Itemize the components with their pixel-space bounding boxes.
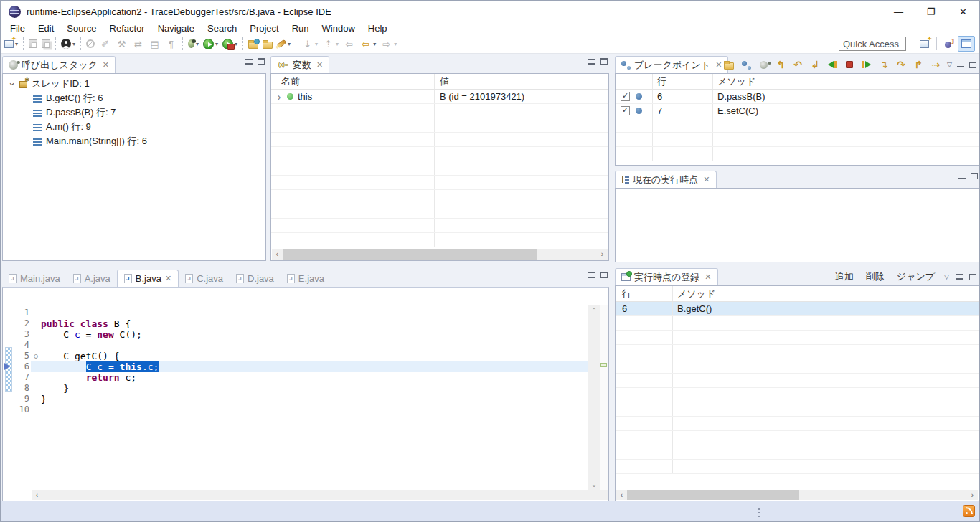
scroll-left-icon[interactable]: ‹ bbox=[32, 491, 42, 499]
dropdown-arrow-icon[interactable]: ▾ bbox=[315, 41, 318, 47]
dropdown-arrow-icon[interactable]: ▾ bbox=[72, 41, 75, 47]
minimize-icon[interactable] bbox=[245, 59, 253, 65]
column-header-line[interactable]: 行 bbox=[653, 74, 713, 89]
dropdown-arrow-icon[interactable]: ▾ bbox=[288, 41, 291, 47]
scroll-up-icon[interactable]: ⌃ bbox=[588, 305, 600, 315]
variable-row[interactable]: ›thisB (id = 2101973421) bbox=[271, 90, 608, 104]
editor-tab-d.java[interactable]: JD.java bbox=[230, 270, 281, 287]
step-over-button[interactable]: ↷ bbox=[895, 58, 908, 71]
code-line[interactable]: 2public class B { bbox=[14, 318, 588, 329]
editor-tab-e.java[interactable]: JE.java bbox=[281, 270, 331, 287]
previous-annotation-button[interactable]: ⇡▾ bbox=[320, 36, 341, 52]
minimize-button[interactable]: — bbox=[882, 1, 915, 22]
menu-file[interactable]: File bbox=[4, 22, 32, 34]
breakpoint-set-button[interactable] bbox=[740, 58, 753, 71]
code-line[interactable]: 6 C c = this.c; bbox=[14, 361, 588, 372]
checkbox[interactable] bbox=[621, 106, 630, 115]
editor-tab-a.java[interactable]: JA.java bbox=[67, 270, 117, 287]
step-back-into-button[interactable]: ↰ bbox=[774, 58, 787, 71]
view-menu-icon[interactable]: ▽ bbox=[947, 61, 952, 68]
menu-window[interactable]: Window bbox=[316, 22, 362, 34]
expand-icon[interactable]: › bbox=[275, 91, 283, 103]
column-header-method[interactable]: メソッド bbox=[713, 74, 979, 89]
editor-hscrollbar[interactable]: ‹ bbox=[32, 490, 608, 500]
menu-source[interactable]: Source bbox=[60, 22, 103, 34]
close-button[interactable]: ✕ bbox=[947, 1, 979, 22]
overview-ruler[interactable] bbox=[600, 305, 608, 490]
link-with-editor-button[interactable]: ⇄ bbox=[130, 36, 146, 52]
scroll-thumb[interactable] bbox=[627, 490, 799, 500]
menu-run[interactable]: Run bbox=[286, 22, 316, 34]
menu-search[interactable]: Search bbox=[201, 22, 243, 34]
show-whitespace-button[interactable]: ¶ bbox=[163, 36, 179, 52]
maximize-icon[interactable] bbox=[600, 58, 608, 65]
close-icon[interactable]: ✕ bbox=[103, 60, 109, 70]
last-edit-location-button[interactable]: ⇦ bbox=[341, 36, 357, 52]
delete-button[interactable]: 削除 bbox=[863, 270, 887, 283]
menu-refactor[interactable]: Refactor bbox=[103, 22, 151, 34]
column-header-name[interactable]: 名前 bbox=[271, 74, 435, 89]
rss-notification-icon[interactable] bbox=[963, 505, 975, 517]
debug-button[interactable]: ▾ bbox=[186, 36, 201, 52]
stack-frame-row[interactable]: Main.main(String[]) 行: 6 bbox=[3, 134, 265, 148]
save-button[interactable] bbox=[27, 36, 39, 52]
close-icon[interactable]: ✕ bbox=[715, 60, 722, 70]
close-icon[interactable]: ✕ bbox=[705, 272, 711, 282]
code-line[interactable]: 7 return c; bbox=[14, 372, 588, 383]
dropdown-arrow-icon[interactable]: ▾ bbox=[394, 41, 397, 47]
dropdown-arrow-icon[interactable]: ▾ bbox=[196, 41, 199, 47]
code-line[interactable]: 1 bbox=[14, 308, 588, 318]
terminate-button[interactable] bbox=[843, 58, 856, 71]
stack-frame-row[interactable]: B.getC() 行: 6 bbox=[3, 91, 265, 105]
run-button[interactable]: ▾ bbox=[201, 36, 220, 52]
open-resource-button[interactable] bbox=[246, 36, 260, 52]
close-icon[interactable]: ✕ bbox=[316, 60, 323, 70]
external-tools-button[interactable]: ▾ bbox=[220, 36, 240, 52]
fold-marker[interactable]: ⊖ bbox=[31, 351, 41, 361]
open-trace-button[interactable] bbox=[722, 58, 735, 71]
maximize-icon[interactable] bbox=[971, 173, 978, 179]
column-header-line[interactable]: 行 bbox=[616, 286, 673, 301]
minimize-icon[interactable] bbox=[957, 62, 964, 67]
maximize-icon[interactable] bbox=[969, 274, 976, 280]
clean-button[interactable]: ✐ bbox=[97, 36, 113, 52]
scroll-right-icon[interactable]: › bbox=[967, 491, 978, 499]
maximize-icon[interactable] bbox=[258, 58, 265, 65]
resume-button[interactable] bbox=[860, 58, 873, 71]
reverse-resume-button[interactable] bbox=[826, 58, 839, 71]
jump-button[interactable]: ジャンプ bbox=[894, 270, 938, 283]
open-task-button[interactable]: ▤ bbox=[146, 36, 163, 52]
open-perspective-button[interactable] bbox=[915, 36, 933, 52]
variables-tab[interactable]: (x)= 変数 ✕ bbox=[270, 56, 329, 73]
minimize-icon[interactable] bbox=[588, 272, 595, 278]
breakpoint-ruler[interactable] bbox=[4, 305, 14, 490]
maximize-icon[interactable] bbox=[600, 272, 608, 278]
debug-bug-button[interactable] bbox=[757, 58, 770, 71]
breakpoint-row[interactable]: 7E.setC(C) bbox=[616, 104, 979, 118]
stack-frame-row[interactable]: D.passB(B) 行: 7 bbox=[3, 105, 265, 120]
dropdown-arrow-icon[interactable]: ▾ bbox=[373, 41, 376, 47]
code-line[interactable]: 8 } bbox=[14, 383, 588, 394]
step-return-button[interactable]: ↱ bbox=[912, 58, 925, 71]
menu-edit[interactable]: Edit bbox=[32, 22, 60, 34]
scroll-left-icon[interactable]: ‹ bbox=[616, 491, 627, 499]
add-button[interactable]: 追加 bbox=[832, 270, 857, 283]
scroll-down-icon[interactable]: ⌄ bbox=[588, 480, 600, 490]
code-line[interactable]: 5⊖ C getC() { bbox=[14, 351, 588, 361]
close-icon[interactable]: ✕ bbox=[703, 175, 710, 184]
open-type-button[interactable] bbox=[260, 36, 275, 52]
breakpoint-row[interactable]: 6D.passB(B) bbox=[616, 90, 979, 104]
editor-tab-main.java[interactable]: JMain.java bbox=[2, 270, 67, 287]
step-into-button[interactable]: ↴ bbox=[877, 58, 890, 71]
expand-icon[interactable]: › bbox=[7, 80, 18, 87]
search-button[interactable]: ▾ bbox=[275, 36, 293, 52]
minimize-icon[interactable] bbox=[958, 174, 966, 179]
editor-vscrollbar[interactable]: ⌃ ⌄ bbox=[588, 305, 600, 490]
registration-row[interactable]: 6B.getC() bbox=[616, 302, 979, 316]
menu-navigate[interactable]: Navigate bbox=[151, 22, 201, 34]
drag-handle-icon[interactable] bbox=[758, 506, 760, 517]
step-back-over-button[interactable]: ↶ bbox=[791, 58, 804, 71]
quick-access-input[interactable] bbox=[839, 37, 906, 51]
build-button[interactable]: ⚒ bbox=[113, 36, 130, 52]
stack-frame-row[interactable]: A.m() 行: 9 bbox=[3, 120, 265, 134]
